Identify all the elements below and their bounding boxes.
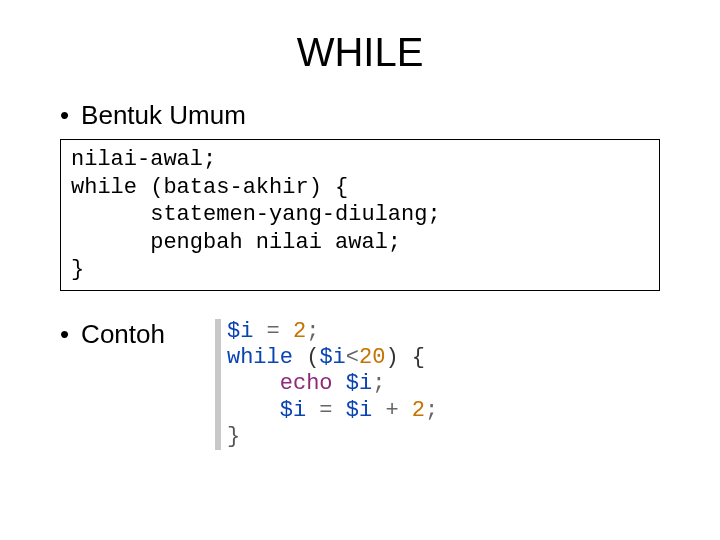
php-code: $i = 2; while ($i<20) { echo $i; $i = $i…: [227, 319, 438, 451]
token-paren: ): [385, 345, 398, 370]
bullet-text: Bentuk Umum: [81, 100, 246, 131]
token-operator: +: [372, 398, 412, 423]
token-operator: =: [253, 319, 293, 344]
contoh-row: • Contoh $i = 2; while ($i<20) { echo $i…: [50, 319, 670, 451]
token-brace: }: [227, 424, 240, 449]
syntax-line: while (batas-akhir) {: [71, 175, 348, 200]
token-operator: =: [306, 398, 346, 423]
syntax-line: pengbah nilai awal;: [71, 230, 401, 255]
token-indent: [227, 398, 280, 423]
bullet-contoh: • Contoh: [50, 319, 165, 350]
php-example: $i = 2; while ($i<20) { echo $i; $i = $i…: [215, 319, 438, 451]
token-variable: $i: [346, 371, 372, 396]
token-keyword: while: [227, 345, 293, 370]
bullet-text: Contoh: [81, 319, 165, 350]
token-variable: $i: [280, 398, 306, 423]
token-number: 20: [359, 345, 385, 370]
token-variable: $i: [319, 345, 345, 370]
token-semicolon: ;: [372, 371, 385, 396]
token-number: 2: [412, 398, 425, 423]
token-indent: [227, 371, 280, 396]
syntax-box: nilai-awal; while (batas-akhir) { statem…: [60, 139, 660, 291]
editor-gutter: [215, 319, 221, 451]
syntax-line: nilai-awal;: [71, 147, 216, 172]
syntax-line: statemen-yang-diulang;: [71, 202, 441, 227]
bullet-dot-icon: •: [60, 102, 69, 128]
token-space: [333, 371, 346, 396]
token-paren: (: [306, 345, 319, 370]
page-title: WHILE: [50, 30, 670, 75]
token-echo: echo: [280, 371, 333, 396]
syntax-line: }: [71, 257, 84, 282]
bullet-bentuk-umum: • Bentuk Umum: [50, 100, 670, 131]
token-variable: $i: [227, 319, 253, 344]
token-brace: {: [399, 345, 425, 370]
token-semicolon: ;: [425, 398, 438, 423]
token-number: 2: [293, 319, 306, 344]
token-operator: <: [346, 345, 359, 370]
bullet-dot-icon: •: [60, 321, 69, 347]
slide: WHILE • Bentuk Umum nilai-awal; while (b…: [0, 0, 720, 470]
token-semicolon: ;: [306, 319, 319, 344]
token-variable: $i: [346, 398, 372, 423]
token-space: [293, 345, 306, 370]
